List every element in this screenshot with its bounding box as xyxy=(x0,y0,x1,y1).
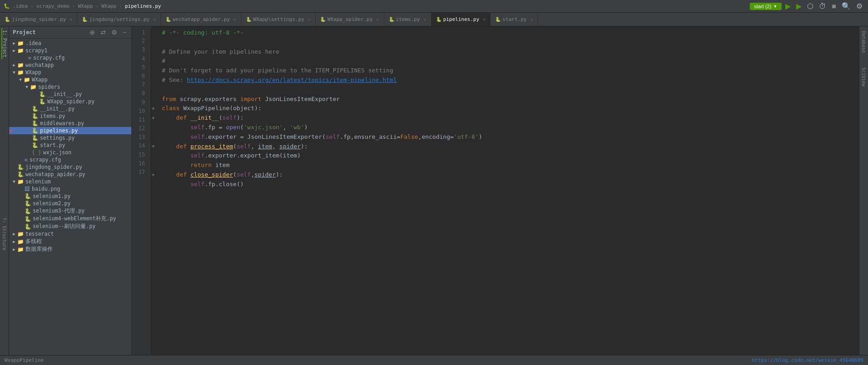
tree-item-selenium1[interactable]: 🐍 selenium1.py xyxy=(9,193,131,200)
close-icon[interactable]: ✕ xyxy=(424,17,426,22)
fold-4 xyxy=(150,56,156,66)
tab-wxapp-spider[interactable]: 🐍 WXapp_spider.py ✕ xyxy=(316,13,384,26)
tree-item-wxapp-spider[interactable]: 🐍 WXapp_spider.py xyxy=(9,98,131,105)
bc-2: scrapy_demo xyxy=(36,3,70,9)
close-icon[interactable]: ✕ xyxy=(308,17,311,22)
tree-item-wxapp-root[interactable]: ▼ 📁 WXapp xyxy=(9,69,131,76)
tree-item-jingdong-spider[interactable]: 🐍 jingdong_spider.py xyxy=(9,163,131,171)
project-panel: Project ⊕ ⇄ ⚙ − ▶ 📁 .idea ▶ 📁 scrapy1 xyxy=(9,26,132,355)
tree-item-selenium2[interactable]: 🐍 selenium2.py xyxy=(9,200,131,207)
tree-item-scrapy-cfg-2[interactable]: ≡ scrapy.cfg xyxy=(9,156,131,163)
tree-item-idea[interactable]: ▶ 📁 .idea xyxy=(9,40,131,47)
tree-item-wxjc-json[interactable]: { } wxjc.json xyxy=(9,149,131,156)
fold-13[interactable]: ▼ xyxy=(150,142,156,152)
run-button[interactable]: ▶ xyxy=(783,1,793,11)
code-line-9: class WxappPipeline(object): xyxy=(162,104,859,113)
collapse-all-button[interactable]: ⇄ xyxy=(99,28,107,36)
tree-item-wechatapp[interactable]: ▶ 📁 wechatapp xyxy=(9,61,131,69)
fold-2 xyxy=(150,38,156,47)
tree-item-start[interactable]: 🐍 start.py xyxy=(9,142,131,149)
run-config-button[interactable]: start (2) ▼ xyxy=(750,3,782,10)
code-line-12: self.exporter = JsonLinesItemExporter(se… xyxy=(162,132,859,142)
tab-jingdong-settings[interactable]: 🐍 jingdong/settings.py ✕ xyxy=(77,13,161,26)
main-area: 1: Project 7: Structure Project ⊕ ⇄ ⚙ − … xyxy=(0,26,868,355)
tree-item-init[interactable]: 🐍 __init__.py xyxy=(9,105,131,112)
tree-item-selenium4[interactable]: 🐍 selenium4-webElement补充.py xyxy=(9,215,131,223)
coverage-button[interactable]: ⬡ xyxy=(805,1,815,11)
tree-item-tesseract[interactable]: ▶ 📁 tesseract xyxy=(9,230,131,238)
file-tree: ▶ 📁 .idea ▶ 📁 scrapy1 ≡ scrapy.cfg xyxy=(9,39,131,355)
tabs-bar: 🐍 jingdong_spider.py ✕ 🐍 jingdong/settin… xyxy=(0,13,868,26)
run-config-label: start (2) xyxy=(754,4,772,9)
tab-start[interactable]: 🐍 start.py ✕ xyxy=(491,13,538,26)
tab-wechatapp-spider[interactable]: 🐍 wechatapp_apider.py ✕ xyxy=(161,13,241,26)
code-line-15: return item xyxy=(162,161,859,170)
tree-item-wechatapp-apider[interactable]: 🐍 wechatapp_apider.py xyxy=(9,171,131,178)
close-icon[interactable]: ✕ xyxy=(376,17,379,22)
tree-item-selenium3[interactable]: 🐍 selenium3-代理.py xyxy=(9,207,131,215)
tab-items[interactable]: 🐍 items.py ✕ xyxy=(384,13,431,26)
fold-indicators: ▼ ▼ ▼ ▼ xyxy=(150,26,156,355)
code-editor[interactable]: # -*- coding: utf-8 -*- # Define your it… xyxy=(156,26,859,355)
right-panel-database[interactable]: Database xyxy=(861,28,866,56)
folder-arrow-multithreading: ▶ xyxy=(11,239,17,244)
editor-content: 1 2 3 4 5 6 7 8 9 10 11 12 13 14 15 16 1… xyxy=(132,26,859,355)
editor-area: 1 2 3 4 5 6 7 8 9 10 11 12 13 14 15 16 1… xyxy=(132,26,859,355)
close-icon[interactable]: ✕ xyxy=(234,17,236,22)
locate-file-button[interactable]: ⊕ xyxy=(88,28,96,36)
tab-pipelines[interactable]: 🐍 pipelines.py ✕ xyxy=(431,13,491,26)
bc-4: WXapp xyxy=(101,3,116,9)
dropdown-icon: ▼ xyxy=(773,4,777,9)
fold-10[interactable]: ▼ xyxy=(150,113,156,123)
close-icon[interactable]: ✕ xyxy=(70,17,72,22)
folder-arrow-spiders: ▼ xyxy=(24,85,30,89)
folder-arrow-wxapp: ▼ xyxy=(11,70,17,75)
close-icon[interactable]: ✕ xyxy=(530,17,533,22)
panel-hide-button[interactable]: − xyxy=(121,28,128,36)
tree-item-wxapp-inner[interactable]: ▼ 📁 WXapp xyxy=(9,76,131,83)
tree-item-selenium5[interactable]: 🐍 selenium--刷访问量.py xyxy=(9,223,131,230)
code-line-13: def process_item(self, item, spider): xyxy=(162,142,859,152)
fold-11 xyxy=(150,123,156,132)
folder-arrow-selenium: ▼ xyxy=(11,179,17,184)
bc-3: WXapp xyxy=(78,3,93,9)
sidebar-project-icon[interactable]: 1: Project xyxy=(1,28,7,59)
sidebar-structure-icon[interactable]: 7: Structure xyxy=(2,216,7,252)
fold-14 xyxy=(150,151,156,161)
tree-item-pipelines[interactable]: 🐍 pipelines.py ➜ xyxy=(9,127,131,134)
code-line-10: def __init__(self): xyxy=(162,113,859,123)
tree-item-init-spider[interactable]: 🐍 __init__.py xyxy=(9,91,131,98)
stop-button[interactable]: ■ xyxy=(830,1,838,11)
tree-item-baidu[interactable]: 🖼 baidu.png xyxy=(9,185,131,193)
code-line-17: self.fp.close() xyxy=(162,180,859,189)
right-panel-sciview[interactable]: SciView xyxy=(861,65,866,89)
panel-settings-button[interactable]: ⚙ xyxy=(110,28,119,36)
fold-15 xyxy=(150,161,156,170)
breadcrumb-bug-icon: 🐛 xyxy=(4,3,10,9)
tree-item-middlewares[interactable]: 🐍 middlewares.py xyxy=(9,120,131,127)
tree-item-settings[interactable]: 🐍 settings.py xyxy=(9,134,131,142)
debug-button[interactable]: ▶ xyxy=(794,1,803,11)
tree-item-scrapy1[interactable]: ▶ 📁 scrapy1 xyxy=(9,47,131,54)
folder-arrow-wxapp-inner: ▼ xyxy=(17,77,24,82)
fold-7 xyxy=(150,85,156,95)
tree-item-scrapy-cfg-1[interactable]: ≡ scrapy.cfg xyxy=(9,54,131,61)
tree-item-spiders[interactable]: ▼ 📁 spiders xyxy=(9,83,131,91)
fold-12 xyxy=(150,132,156,142)
fold-6 xyxy=(150,76,156,85)
tree-item-selenium[interactable]: ▼ 📁 selenium xyxy=(9,178,131,185)
search-button[interactable]: 🔍 xyxy=(840,1,853,11)
tab-jingdong-spider[interactable]: 🐍 jingdong_spider.py ✕ xyxy=(0,13,77,26)
close-icon[interactable]: ✕ xyxy=(153,17,156,22)
code-line-3: # Define your item pipelines here xyxy=(162,47,859,57)
tree-item-items[interactable]: 🐍 items.py xyxy=(9,112,131,120)
profile-button[interactable]: ⏱ xyxy=(817,1,828,11)
fold-9[interactable]: ▼ xyxy=(150,104,156,113)
close-icon[interactable]: ✕ xyxy=(483,17,486,22)
fold-16[interactable]: ▼ xyxy=(150,170,156,180)
status-bar: WxappPipeline https://blog.csdn.net/weix… xyxy=(0,355,868,365)
tab-wxapp-settings[interactable]: 🐍 WXapp\settings.py ✕ xyxy=(241,13,316,26)
settings-button[interactable]: ⚙ xyxy=(854,1,864,11)
tree-item-multithreading[interactable]: ▶ 📁 多线程 xyxy=(9,238,131,245)
tree-item-dbops[interactable]: ▶ 📁 数据库操作 xyxy=(9,245,131,253)
